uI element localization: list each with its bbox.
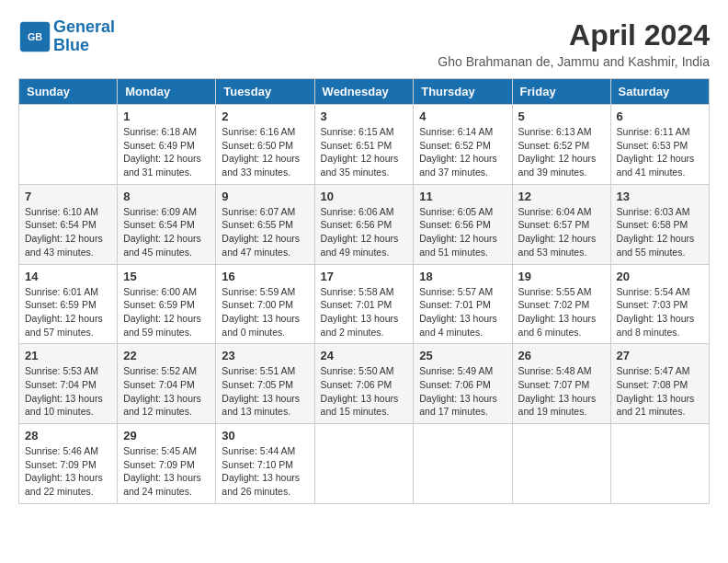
day-info: Sunrise: 6:07 AM Sunset: 6:55 PM Dayligh… bbox=[222, 205, 308, 259]
day-number: 20 bbox=[617, 270, 703, 283]
calendar-cell: 22Sunrise: 5:52 AM Sunset: 7:04 PM Dayli… bbox=[118, 344, 216, 424]
day-number: 13 bbox=[617, 190, 703, 203]
day-info: Sunrise: 6:10 AM Sunset: 6:54 PM Dayligh… bbox=[25, 205, 111, 259]
calendar-cell: 15Sunrise: 6:00 AM Sunset: 6:59 PM Dayli… bbox=[118, 264, 216, 344]
column-header-wednesday: Wednesday bbox=[314, 79, 414, 105]
calendar-cell: 9Sunrise: 6:07 AM Sunset: 6:55 PM Daylig… bbox=[216, 184, 314, 264]
calendar-cell bbox=[19, 105, 118, 185]
month-title: April 2024 bbox=[438, 18, 710, 52]
day-number: 11 bbox=[419, 190, 506, 203]
day-number: 10 bbox=[321, 190, 408, 203]
calendar-cell bbox=[414, 424, 512, 504]
calendar-cell: 23Sunrise: 5:51 AM Sunset: 7:05 PM Dayli… bbox=[216, 344, 314, 424]
day-info: Sunrise: 5:53 AM Sunset: 7:04 PM Dayligh… bbox=[25, 364, 111, 419]
column-header-thursday: Thursday bbox=[414, 79, 512, 105]
calendar-week-row: 21Sunrise: 5:53 AM Sunset: 7:04 PM Dayli… bbox=[19, 344, 710, 424]
day-info: Sunrise: 6:15 AM Sunset: 6:51 PM Dayligh… bbox=[321, 125, 408, 179]
calendar-week-row: 14Sunrise: 6:01 AM Sunset: 6:59 PM Dayli… bbox=[19, 264, 710, 344]
calendar-cell: 19Sunrise: 5:55 AM Sunset: 7:02 PM Dayli… bbox=[512, 264, 610, 344]
day-info: Sunrise: 6:18 AM Sunset: 6:49 PM Dayligh… bbox=[123, 125, 210, 179]
day-number: 21 bbox=[25, 349, 111, 362]
day-number: 25 bbox=[419, 349, 506, 362]
calendar-cell: 21Sunrise: 5:53 AM Sunset: 7:04 PM Dayli… bbox=[19, 344, 118, 424]
calendar-cell: 5Sunrise: 6:13 AM Sunset: 6:52 PM Daylig… bbox=[512, 105, 610, 185]
calendar-cell: 10Sunrise: 6:06 AM Sunset: 6:56 PM Dayli… bbox=[314, 184, 414, 264]
day-number: 16 bbox=[222, 270, 308, 283]
day-info: Sunrise: 5:46 AM Sunset: 7:09 PM Dayligh… bbox=[25, 444, 111, 499]
calendar-cell: 24Sunrise: 5:50 AM Sunset: 7:06 PM Dayli… bbox=[314, 344, 414, 424]
calendar-header-row: SundayMondayTuesdayWednesdayThursdayFrid… bbox=[19, 79, 710, 105]
calendar-cell: 25Sunrise: 5:49 AM Sunset: 7:06 PM Dayli… bbox=[414, 344, 512, 424]
day-number: 3 bbox=[321, 109, 408, 123]
day-number: 8 bbox=[123, 190, 210, 203]
day-number: 17 bbox=[321, 270, 408, 283]
day-number: 18 bbox=[419, 270, 506, 283]
day-number: 26 bbox=[518, 349, 605, 362]
column-header-friday: Friday bbox=[512, 79, 610, 105]
calendar-cell: 3Sunrise: 6:15 AM Sunset: 6:51 PM Daylig… bbox=[314, 105, 414, 185]
day-info: Sunrise: 5:45 AM Sunset: 7:09 PM Dayligh… bbox=[123, 444, 210, 499]
calendar-cell: 6Sunrise: 6:11 AM Sunset: 6:53 PM Daylig… bbox=[610, 105, 709, 185]
logo-text: General Blue bbox=[53, 18, 115, 55]
calendar-cell: 12Sunrise: 6:04 AM Sunset: 6:57 PM Dayli… bbox=[512, 184, 610, 264]
day-info: Sunrise: 5:57 AM Sunset: 7:01 PM Dayligh… bbox=[419, 285, 506, 339]
day-number: 1 bbox=[123, 109, 210, 123]
day-info: Sunrise: 5:51 AM Sunset: 7:05 PM Dayligh… bbox=[222, 364, 308, 419]
calendar-cell: 28Sunrise: 5:46 AM Sunset: 7:09 PM Dayli… bbox=[19, 424, 118, 504]
day-info: Sunrise: 6:16 AM Sunset: 6:50 PM Dayligh… bbox=[222, 125, 308, 179]
calendar-week-row: 7Sunrise: 6:10 AM Sunset: 6:54 PM Daylig… bbox=[19, 184, 710, 264]
day-number: 22 bbox=[123, 349, 210, 362]
column-header-saturday: Saturday bbox=[610, 79, 709, 105]
column-header-monday: Monday bbox=[118, 79, 216, 105]
calendar-cell: 14Sunrise: 6:01 AM Sunset: 6:59 PM Dayli… bbox=[19, 264, 118, 344]
day-info: Sunrise: 5:44 AM Sunset: 7:10 PM Dayligh… bbox=[222, 444, 308, 499]
day-number: 24 bbox=[321, 349, 408, 362]
day-number: 4 bbox=[419, 109, 506, 123]
calendar-cell bbox=[512, 424, 610, 504]
day-info: Sunrise: 6:09 AM Sunset: 6:54 PM Dayligh… bbox=[123, 205, 210, 259]
calendar-cell: 29Sunrise: 5:45 AM Sunset: 7:09 PM Dayli… bbox=[118, 424, 216, 504]
logo-icon: GB bbox=[18, 20, 51, 53]
calendar-cell: 2Sunrise: 6:16 AM Sunset: 6:50 PM Daylig… bbox=[216, 105, 314, 185]
calendar-cell: 26Sunrise: 5:48 AM Sunset: 7:07 PM Dayli… bbox=[512, 344, 610, 424]
calendar-cell: 18Sunrise: 5:57 AM Sunset: 7:01 PM Dayli… bbox=[414, 264, 512, 344]
day-info: Sunrise: 6:13 AM Sunset: 6:52 PM Dayligh… bbox=[518, 125, 605, 179]
day-info: Sunrise: 6:00 AM Sunset: 6:59 PM Dayligh… bbox=[123, 285, 210, 339]
calendar-cell: 1Sunrise: 6:18 AM Sunset: 6:49 PM Daylig… bbox=[118, 105, 216, 185]
day-number: 27 bbox=[617, 349, 703, 362]
title-section: April 2024 Gho Brahmanan de, Jammu and K… bbox=[438, 18, 710, 69]
day-info: Sunrise: 5:52 AM Sunset: 7:04 PM Dayligh… bbox=[123, 364, 210, 419]
calendar-cell: 27Sunrise: 5:47 AM Sunset: 7:08 PM Dayli… bbox=[610, 344, 709, 424]
day-info: Sunrise: 6:04 AM Sunset: 6:57 PM Dayligh… bbox=[518, 205, 605, 259]
calendar-table: SundayMondayTuesdayWednesdayThursdayFrid… bbox=[18, 78, 710, 504]
day-info: Sunrise: 6:14 AM Sunset: 6:52 PM Dayligh… bbox=[419, 125, 506, 179]
calendar-cell: 16Sunrise: 5:59 AM Sunset: 7:00 PM Dayli… bbox=[216, 264, 314, 344]
day-number: 28 bbox=[25, 429, 111, 442]
calendar-cell: 4Sunrise: 6:14 AM Sunset: 6:52 PM Daylig… bbox=[414, 105, 512, 185]
day-info: Sunrise: 5:59 AM Sunset: 7:00 PM Dayligh… bbox=[222, 285, 308, 339]
calendar-cell: 13Sunrise: 6:03 AM Sunset: 6:58 PM Dayli… bbox=[610, 184, 709, 264]
day-info: Sunrise: 5:47 AM Sunset: 7:08 PM Dayligh… bbox=[617, 364, 703, 419]
calendar-cell: 8Sunrise: 6:09 AM Sunset: 6:54 PM Daylig… bbox=[118, 184, 216, 264]
day-number: 6 bbox=[617, 109, 703, 123]
calendar-cell: 30Sunrise: 5:44 AM Sunset: 7:10 PM Dayli… bbox=[216, 424, 314, 504]
day-number: 23 bbox=[222, 349, 308, 362]
calendar-cell bbox=[314, 424, 414, 504]
column-header-sunday: Sunday bbox=[19, 79, 118, 105]
day-info: Sunrise: 6:11 AM Sunset: 6:53 PM Dayligh… bbox=[617, 125, 703, 179]
day-number: 14 bbox=[25, 270, 111, 283]
day-number: 30 bbox=[222, 429, 308, 442]
day-number: 12 bbox=[518, 190, 605, 203]
calendar-cell: 20Sunrise: 5:54 AM Sunset: 7:03 PM Dayli… bbox=[610, 264, 709, 344]
calendar-cell bbox=[610, 424, 709, 504]
day-info: Sunrise: 6:06 AM Sunset: 6:56 PM Dayligh… bbox=[321, 205, 408, 259]
calendar-cell: 17Sunrise: 5:58 AM Sunset: 7:01 PM Dayli… bbox=[314, 264, 414, 344]
day-info: Sunrise: 5:58 AM Sunset: 7:01 PM Dayligh… bbox=[321, 285, 408, 339]
page-header: GB General Blue April 2024 Gho Brahmanan… bbox=[18, 18, 710, 69]
day-info: Sunrise: 5:55 AM Sunset: 7:02 PM Dayligh… bbox=[518, 285, 605, 339]
day-info: Sunrise: 5:54 AM Sunset: 7:03 PM Dayligh… bbox=[617, 285, 703, 339]
day-number: 9 bbox=[222, 190, 308, 203]
day-info: Sunrise: 6:03 AM Sunset: 6:58 PM Dayligh… bbox=[617, 205, 703, 259]
calendar-week-row: 1Sunrise: 6:18 AM Sunset: 6:49 PM Daylig… bbox=[19, 105, 710, 185]
calendar-week-row: 28Sunrise: 5:46 AM Sunset: 7:09 PM Dayli… bbox=[19, 424, 710, 504]
